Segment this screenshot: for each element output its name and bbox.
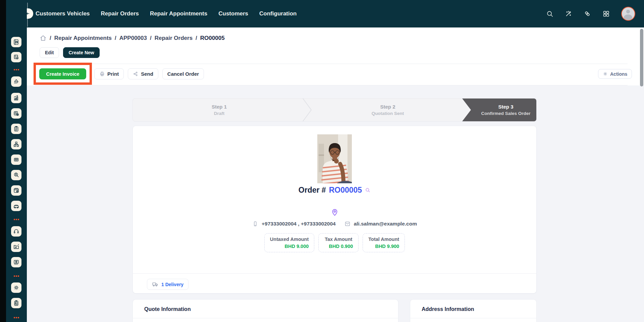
menu-item-repair-orders[interactable]: Repair Orders xyxy=(101,10,139,17)
repair-order-page: Customers Vehicles Repair Orders Repair … xyxy=(0,0,644,322)
send-button[interactable]: Send xyxy=(128,68,158,79)
step-1-draft[interactable]: Step 1 Draft xyxy=(133,99,306,121)
customer-phones: +97333002004 , +97333002004 xyxy=(262,221,336,227)
breadcrumb-separator: / xyxy=(115,35,116,42)
step-3-confirmed-sales-order[interactable]: Step 3 Confirmed Sales Order xyxy=(470,99,537,121)
print-button[interactable]: Print xyxy=(94,68,124,79)
attachment-icon[interactable] xyxy=(584,10,591,17)
tax-amount-box: Tax Amount BHD 0.900 xyxy=(318,233,359,252)
main-menu: Customers Vehicles Repair Orders Repair … xyxy=(36,0,297,27)
menu-item-configuration[interactable]: Configuration xyxy=(259,10,297,17)
breadcrumb-app00003[interactable]: APP00003 xyxy=(119,35,147,42)
breadcrumb-repair-appointments[interactable]: Repair Appointments xyxy=(54,35,112,42)
breadcrumb-current-ro00005: RO00005 xyxy=(200,35,225,42)
delivery-truck-icon xyxy=(152,281,158,287)
avatar-person-icon xyxy=(626,10,630,13)
create-invoice-button[interactable]: Create Invoice xyxy=(39,68,86,79)
sidebar-separator xyxy=(14,275,19,277)
sidebar-item-support-headset[interactable] xyxy=(11,226,21,237)
order-number: RO00005 xyxy=(329,186,362,195)
breadcrumb-repair-orders[interactable]: Repair Orders xyxy=(155,35,193,42)
home-icon[interactable] xyxy=(40,35,47,42)
untaxed-amount-box: Untaxed Amount BHD 9.000 xyxy=(264,233,314,252)
sidebar-separator xyxy=(14,317,19,318)
sidebar-item-employee-card[interactable] xyxy=(11,298,21,308)
address-information-title: Address Information xyxy=(410,300,536,318)
breadcrumb-separator: / xyxy=(196,35,197,42)
quote-information-title: Quote Information xyxy=(133,300,398,318)
vertical-scrollbar[interactable] xyxy=(640,29,643,86)
apps-grid-icon[interactable] xyxy=(602,10,610,17)
create-new-button[interactable]: Create New xyxy=(63,47,99,58)
email-icon xyxy=(344,221,351,227)
sidebar-item-orders-clipboard[interactable] xyxy=(11,124,21,134)
sidebar-item-service-hand[interactable] xyxy=(11,76,21,87)
menu-item-customers[interactable]: Customers xyxy=(218,10,248,17)
location-row xyxy=(133,208,536,216)
printer-icon xyxy=(99,71,105,77)
sidebar-item-documents-folder[interactable] xyxy=(11,242,21,252)
user-avatar[interactable] xyxy=(621,7,635,21)
address-information-card: Address Information xyxy=(410,299,537,322)
sidebar-item-billing-screen[interactable] xyxy=(11,257,21,267)
actions-button[interactable]: Actions xyxy=(598,69,632,79)
topbar-icons xyxy=(546,0,635,27)
breadcrumb-separator: / xyxy=(50,35,51,42)
order-status-steps: Step 1 Draft Step 2 Quotation Sent Step … xyxy=(132,98,537,122)
amount-summary: Untaxed Amount BHD 9.000 Tax Amount BHD … xyxy=(133,233,536,252)
gear-icon xyxy=(603,71,608,76)
order-title-prefix: Order # xyxy=(299,186,326,195)
breadcrumb: / Repair Appointments / APP00003 / Repai… xyxy=(40,35,225,42)
card-footer-divider xyxy=(133,273,536,274)
sidebar-item-sales-chart[interactable] xyxy=(11,93,21,103)
step-2-quotation-sent[interactable]: Step 2 Quotation Sent xyxy=(306,99,470,121)
sidebar-item-product-box-add[interactable] xyxy=(11,108,21,119)
left-edge-strip xyxy=(0,0,6,322)
menu-item-customers-vehicles[interactable]: Customers Vehicles xyxy=(36,10,90,17)
page-header-background xyxy=(27,27,644,64)
delivery-count-button[interactable]: 1 Delivery xyxy=(147,279,189,290)
sidebar-item-customer-search[interactable] xyxy=(11,170,21,180)
total-amount-box: Total Amount BHD 9.900 xyxy=(363,233,405,252)
sidebar-item-appointments-calendar[interactable] xyxy=(11,185,21,196)
sidebar-item-vehicles-car[interactable] xyxy=(11,201,21,211)
sidebar-separator xyxy=(14,219,19,220)
menu-item-repair-appointments[interactable]: Repair Appointments xyxy=(150,10,207,17)
send-icon xyxy=(133,71,139,77)
edit-button[interactable]: Edit xyxy=(40,47,59,58)
quote-information-card: Quote Information xyxy=(132,299,398,322)
search-icon[interactable] xyxy=(546,10,553,17)
sidebar-item-reports-book[interactable] xyxy=(11,37,21,47)
app-sidebar xyxy=(6,0,27,322)
sidebar-item-settings-gear[interactable] xyxy=(11,282,21,293)
zoom-order-icon[interactable] xyxy=(365,187,371,193)
location-pin-icon xyxy=(331,208,339,216)
magic-wand-icon[interactable] xyxy=(565,10,572,17)
order-summary-card: Order # RO00005 +97333002004 , +97333002… xyxy=(132,126,537,294)
cancel-order-button[interactable]: Cancel Order xyxy=(162,68,204,79)
customer-email: ali.salman@example.com xyxy=(354,221,417,227)
sidebar-item-calculator[interactable] xyxy=(11,52,21,62)
order-title: Order # RO00005 xyxy=(133,186,536,195)
sidebar-separator xyxy=(14,69,19,70)
order-action-buttons: Print Send Cancel Order xyxy=(94,68,204,79)
sidebar-item-inventory-boxes[interactable] xyxy=(11,139,21,149)
breadcrumb-separator: / xyxy=(150,35,152,42)
contact-row: +97333002004 , +97333002004 ali.salman@e… xyxy=(133,221,536,227)
sidebar-item-pos-terminal[interactable] xyxy=(11,154,21,165)
phone-icon xyxy=(252,221,258,227)
customer-photo xyxy=(317,134,352,183)
top-navigation-bar: Customers Vehicles Repair Orders Repair … xyxy=(6,0,644,27)
record-buttons: Edit Create New xyxy=(40,47,100,58)
